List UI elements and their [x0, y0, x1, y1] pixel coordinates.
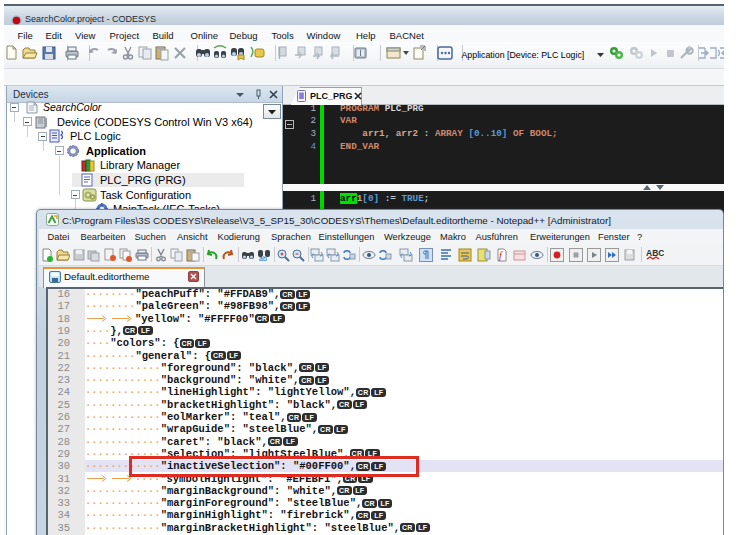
svg-text:ABC: ABC	[646, 248, 664, 258]
svg-text:ab: ab	[259, 255, 267, 262]
